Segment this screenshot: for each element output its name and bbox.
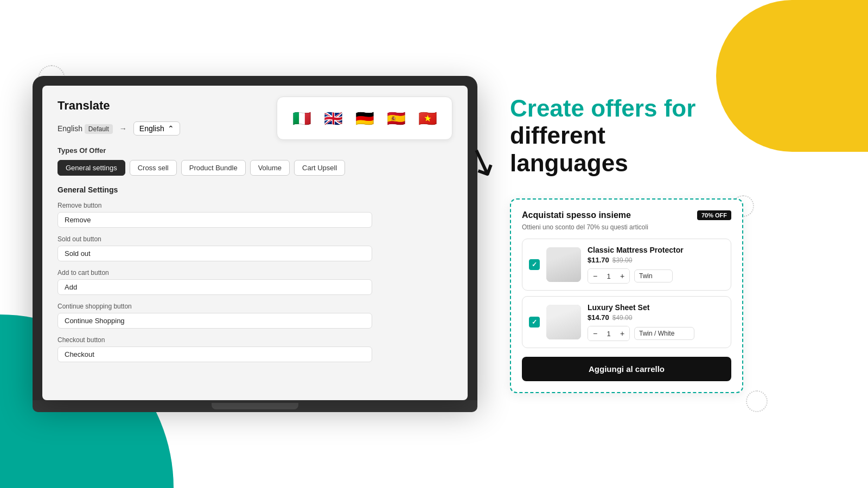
product-controls-2: − 1 + Twin / White Twin / Gray Full / Wh…	[588, 326, 724, 341]
add-to-cart-input[interactable]: Add	[58, 279, 372, 295]
right-panel: Create offers for different languages ↙ …	[510, 95, 835, 394]
product-name-2: Luxury Sheet Set	[588, 303, 724, 312]
general-settings-title: General Settings	[58, 185, 452, 194]
widget-header: Acquistati spesso insieme 70% OFF	[522, 210, 731, 220]
product-widget: Acquistati spesso insieme 70% OFF Ottien…	[510, 198, 743, 393]
add-to-cart-field: Add to cart button Add	[58, 269, 452, 295]
flag-vietnamese[interactable]: 🇻🇳	[415, 106, 440, 131]
qty-value-1: 1	[602, 272, 615, 280]
laptop-container: 🇮🇹 🇬🇧 🇩🇪 🇪🇸 🇻🇳 Translate English Default…	[33, 76, 477, 412]
flag-german[interactable]: 🇩🇪	[352, 106, 377, 131]
qty-control-2: − 1 +	[588, 326, 630, 341]
product-checkbox-1[interactable]	[529, 259, 540, 270]
main-layout: 🇮🇹 🇬🇧 🇩🇪 🇪🇸 🇻🇳 Translate English Default…	[0, 0, 868, 488]
headline: Create offers for different languages	[510, 95, 835, 177]
language-select[interactable]: English ⌃	[133, 121, 180, 136]
remove-button-input[interactable]: Remove	[58, 212, 372, 228]
continue-shopping-label: Continue shopping button	[58, 303, 452, 310]
headline-line2: different	[510, 122, 605, 149]
price-current-1: $11.70	[588, 256, 609, 264]
lang-source-label: English Default	[58, 124, 113, 133]
product-thumb-2	[546, 305, 581, 339]
product-image-2	[546, 305, 581, 339]
product-card-1: Classic Mattress Protector $11.70 $39.00…	[522, 239, 731, 291]
qty-control-1: − 1 +	[588, 268, 630, 284]
product-thumb-1	[546, 247, 581, 282]
variant-wrapper-2: Twin / White Twin / Gray Full / White Qu…	[634, 327, 694, 340]
continue-shopping-input[interactable]: Continue Shopping	[58, 313, 372, 329]
flag-english[interactable]: 🇬🇧	[321, 106, 346, 131]
remove-button-field: Remove button Remove	[58, 202, 452, 228]
laptop-frame: 🇮🇹 🇬🇧 🇩🇪 🇪🇸 🇻🇳 Translate English Default…	[33, 76, 477, 400]
price-current-2: $14.70	[588, 313, 609, 322]
tab-volume[interactable]: Volume	[250, 160, 290, 176]
price-original-1: $39.00	[612, 256, 633, 264]
qty-decrease-1[interactable]: −	[588, 269, 602, 283]
flag-spanish[interactable]: 🇪🇸	[384, 106, 409, 131]
variant-select-2[interactable]: Twin / White Twin / Gray Full / White Qu…	[634, 327, 694, 340]
variant-wrapper-1: Twin Full Queen King	[634, 269, 673, 282]
product-image-1	[546, 247, 581, 282]
flag-italian[interactable]: 🇮🇹	[289, 106, 314, 131]
tab-cross-sell[interactable]: Cross sell	[130, 160, 177, 176]
product-controls-1: − 1 + Twin Full Queen King	[588, 268, 724, 284]
laptop-screen: 🇮🇹 🇬🇧 🇩🇪 🇪🇸 🇻🇳 Translate English Default…	[42, 86, 468, 400]
discount-badge: 70% OFF	[697, 210, 731, 220]
qty-decrease-2[interactable]: −	[588, 326, 602, 341]
product-prices-1: $11.70 $39.00	[588, 256, 724, 264]
sold-out-label: Sold out button	[58, 235, 452, 243]
headline-line1: Create offers for	[510, 95, 695, 121]
laptop-base	[33, 400, 477, 412]
remove-button-label: Remove button	[58, 202, 452, 209]
flags-panel: 🇮🇹 🇬🇧 🇩🇪 🇪🇸 🇻🇳	[277, 97, 452, 140]
qty-increase-1[interactable]: +	[615, 269, 629, 283]
continue-shopping-field: Continue shopping button Continue Shoppi…	[58, 303, 452, 329]
variant-select-1[interactable]: Twin Full Queen King	[634, 269, 673, 282]
add-to-cart-label: Add to cart button	[58, 269, 452, 277]
price-original-2: $49.00	[612, 314, 633, 322]
tab-cart-upsell[interactable]: Cart Upsell	[294, 160, 345, 176]
widget-title: Acquistati spesso insieme	[522, 210, 631, 220]
product-info-2: Luxury Sheet Set $14.70 $49.00 − 1 +	[588, 303, 724, 341]
qty-increase-2[interactable]: +	[615, 326, 629, 341]
product-checkbox-2[interactable]	[529, 317, 540, 328]
laptop-notch	[212, 403, 298, 409]
product-name-1: Classic Mattress Protector	[588, 246, 724, 254]
sold-out-input[interactable]: Sold out	[58, 246, 372, 261]
qty-value-2: 1	[602, 330, 615, 338]
add-to-cart-button[interactable]: Aggiungi al carrello	[522, 357, 731, 381]
headline-line3: languages	[510, 150, 628, 176]
types-of-offer-label: Types Of Offer	[58, 146, 452, 155]
product-prices-2: $14.70 $49.00	[588, 313, 724, 322]
product-info-1: Classic Mattress Protector $11.70 $39.00…	[588, 246, 724, 284]
sold-out-field: Sold out button Sold out	[58, 235, 452, 261]
checkout-input[interactable]: Checkout	[58, 346, 372, 362]
tab-product-bundle[interactable]: Product Bundle	[181, 160, 246, 176]
offer-tabs: General settings Cross sell Product Bund…	[58, 160, 452, 176]
checkout-label: Checkout button	[58, 336, 452, 344]
widget-subtitle: Ottieni uno sconto del 70% su questi art…	[522, 223, 731, 231]
product-card-2: Luxury Sheet Set $14.70 $49.00 − 1 +	[522, 296, 731, 348]
checkout-field: Checkout button Checkout	[58, 336, 452, 362]
tab-general-settings[interactable]: General settings	[58, 160, 125, 176]
lang-arrow: →	[119, 124, 127, 133]
